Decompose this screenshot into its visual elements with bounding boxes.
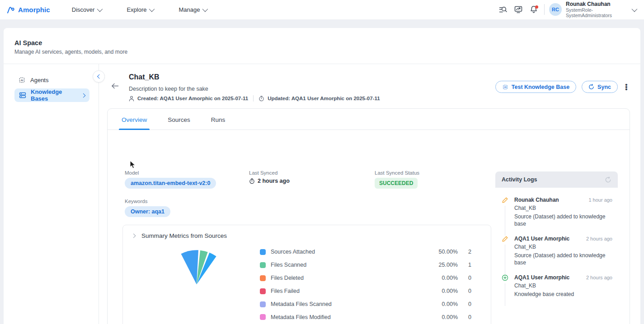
amorphic-logo[interactable]: Amorphic <box>6 6 50 14</box>
activity-time: 2 hours ago <box>586 236 612 241</box>
last-synced-label: Last Synced <box>249 170 277 176</box>
sidebar-collapse-button[interactable] <box>93 70 105 83</box>
knowledge-base-icon <box>19 92 26 99</box>
sidebar-item-agents[interactable]: AI Agents <box>18 76 48 84</box>
keywords-label: Keywords <box>125 199 148 204</box>
divider <box>4 64 640 64</box>
legend-row[interactable]: Files Failed 0.00% 0 <box>260 285 476 298</box>
expand-chevron-icon[interactable] <box>132 234 136 238</box>
refresh-icon[interactable] <box>605 176 611 183</box>
sync-button[interactable]: Sync <box>582 81 618 93</box>
stopwatch-icon <box>249 178 255 184</box>
activity-logs-panel: Activity Logs <box>495 171 618 324</box>
ai-chip-icon: AI <box>502 84 508 90</box>
brand-name: Amorphic <box>18 6 50 14</box>
legend-row[interactable]: Files Deleted 0.00% 0 <box>260 272 476 285</box>
summary-metrics-card: Summary Metrics from Sources Sources Att… <box>122 225 491 324</box>
sidebar-item-knowledge-bases[interactable]: Knowledge Bases <box>14 88 89 102</box>
chevron-right-icon <box>81 93 86 97</box>
legend-swatch <box>260 275 266 281</box>
user-name: Rounak Chauhan <box>566 1 619 8</box>
svg-text:AI: AI <box>20 79 23 82</box>
divider <box>544 4 545 15</box>
kb-title: Chat_KB <box>129 73 160 81</box>
model-value-pill: amazon.titan-embed-text-v2:0 <box>125 178 216 189</box>
status-badge: SUCCEEDED <box>375 178 418 189</box>
legend-swatch <box>260 301 266 307</box>
sidebar-divider <box>99 64 99 324</box>
ai-space-panel: AI Space Manage AI services, agents, mod… <box>4 28 640 324</box>
activity-user: Rounak Chauhan <box>514 197 588 203</box>
activity-logs-body: Rounak Chauhan 1 hour ago Chat_KB Source… <box>495 188 618 310</box>
last-synced-value: 2 hours ago <box>249 178 290 184</box>
user-role-line2: SystemAdministrators <box>566 13 619 18</box>
timeline-line <box>505 283 505 306</box>
chevron-down-icon <box>97 6 103 12</box>
page-title: AI Space <box>14 39 42 46</box>
last-synced-status-label: Last Synced Status <box>375 170 419 176</box>
create-plus-circle-icon <box>502 274 508 281</box>
chart-legend: Sources Attached 50.00% 2 Files Scanned … <box>260 245 476 324</box>
tab-sources[interactable]: Sources <box>168 116 190 130</box>
svg-text:AI: AI <box>504 86 507 88</box>
sync-refresh-icon <box>588 84 594 90</box>
kb-detail-card: Overview Sources Runs Model amazon.titan… <box>107 108 630 324</box>
person-icon <box>129 96 134 102</box>
more-options-kebab-button[interactable]: ••• <box>623 83 630 90</box>
legend-row[interactable]: Metadata Files Scanned 0.00% 0 <box>260 298 476 311</box>
tab-overview[interactable]: Overview <box>122 116 147 130</box>
activity-target: Chat_KB <box>514 205 612 211</box>
test-knowledge-base-button[interactable]: AI Test Knowledge Base <box>495 81 576 93</box>
updated-text: Updated: AQA1 User Amorphic on 2025-07-1… <box>268 96 380 101</box>
activity-user: AQA1 User Amorphic <box>514 274 586 281</box>
activity-entry: AQA1 User Amorphic 2 hours ago Chat_KB S… <box>502 236 612 274</box>
timeline-line <box>505 245 505 274</box>
legend-swatch <box>260 288 266 294</box>
nav-menu-explore[interactable]: Explore <box>127 6 153 13</box>
user-role-line1: SystemRole- <box>566 7 619 13</box>
nav-menu-discover[interactable]: Discover <box>72 6 102 13</box>
nav-menu-manage[interactable]: Manage <box>179 6 207 13</box>
activity-message: Source (Dataset) added to knowledge base <box>514 213 612 227</box>
activity-time: 1 hour ago <box>588 197 612 203</box>
timeline-line <box>505 206 505 236</box>
tab-runs[interactable]: Runs <box>211 116 226 130</box>
activity-user: AQA1 User Amorphic <box>514 236 586 242</box>
legend-swatch <box>260 249 266 255</box>
page-subtitle: Manage AI services, agents, models, and … <box>14 49 127 55</box>
summary-metrics-title: Summary Metrics from Sources <box>141 232 227 239</box>
pie-slice-sources-attached <box>181 250 198 284</box>
back-button[interactable] <box>111 83 119 89</box>
activity-logs-title: Activity Logs <box>502 176 537 183</box>
user-info[interactable]: Rounak Chauhan SystemRole- SystemAdminis… <box>566 1 619 19</box>
chevron-down-icon <box>149 6 155 12</box>
user-menu-chevron-icon[interactable] <box>632 6 638 12</box>
amorphic-logo-icon <box>6 6 16 14</box>
avatar[interactable]: RC <box>549 3 562 16</box>
legend-row[interactable]: Sources Attached 50.00% 2 <box>260 245 476 259</box>
clock-icon <box>259 96 264 102</box>
sidebar-item-label: Agents <box>30 77 48 83</box>
activity-entry: AQA1 User Amorphic 2 hours ago Chat_KB K… <box>502 274 612 306</box>
monitoring-dashboard-icon[interactable] <box>511 3 526 16</box>
legend-swatch <box>260 262 266 268</box>
divider <box>253 95 254 102</box>
chevron-left-icon <box>97 74 102 79</box>
created-text: Created: AQA1 User Amorphic on 2025-07-1… <box>137 96 248 101</box>
keywords-value-pill: Owner: aqa1 <box>125 206 170 217</box>
legend-swatch <box>260 314 266 320</box>
legend-row[interactable]: Files Scanned 25.00% 1 <box>260 259 476 272</box>
legend-row[interactable]: Metadata Files Modified 0.00% 0 <box>260 310 476 324</box>
activity-time: 2 hours ago <box>586 275 612 280</box>
advanced-search-icon[interactable] <box>495 3 511 16</box>
top-navbar: Amorphic Discover Explore Manage <box>0 0 644 19</box>
ai-chip-icon: AI <box>18 76 26 84</box>
activity-message: Knowledge base created <box>514 291 612 298</box>
kb-meta: Created: AQA1 User Amorphic on 2025-07-1… <box>129 95 380 102</box>
activity-logs-header: Activity Logs <box>495 171 618 188</box>
edit-pencil-icon <box>502 197 508 204</box>
notifications-bell-icon[interactable] <box>526 3 541 16</box>
summary-pie-chart <box>154 241 240 289</box>
sidebar-item-label: Knowledge Bases <box>31 88 77 102</box>
edit-pencil-icon <box>502 236 508 242</box>
